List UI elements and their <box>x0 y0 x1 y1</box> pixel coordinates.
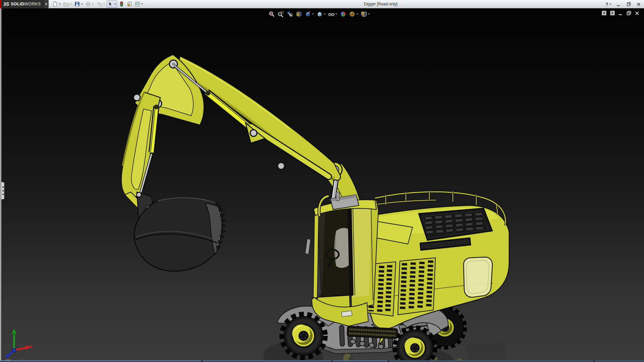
solidworks-window: 3S SOLIDWORKS <box>0 0 644 362</box>
doc-minimize-icon[interactable] <box>619 11 623 15</box>
close-icon <box>637 2 641 6</box>
dropdown-arrow-icon <box>103 3 105 5</box>
rebuild-traffic-light-icon <box>119 1 124 7</box>
dropdown-arrow-icon[interactable] <box>609 4 611 5</box>
dropdown-arrow-icon[interactable] <box>356 13 358 15</box>
section-view-button[interactable] <box>295 10 303 18</box>
dropdown-arrow-icon[interactable] <box>312 13 314 15</box>
options-icon <box>135 1 140 7</box>
dropdown-arrow-icon[interactable] <box>59 3 61 5</box>
dropdown-arrow-icon <box>70 3 72 5</box>
dropdown-arrow-icon[interactable] <box>324 13 326 15</box>
status-segment <box>0 360 201 362</box>
select-button[interactable] <box>107 1 117 8</box>
dropdown-arrow-icon[interactable] <box>368 13 370 15</box>
help-button[interactable]: ? <box>605 1 612 8</box>
doc-close-icon[interactable] <box>635 11 639 15</box>
hide-show-items-button[interactable] <box>327 10 338 18</box>
louver-panel-right <box>398 258 435 315</box>
dropdown-arrow-icon[interactable] <box>141 3 143 5</box>
help-icon: ? <box>605 2 608 7</box>
rebuild-button[interactable] <box>118 1 125 8</box>
open-icon <box>63 1 69 7</box>
dropdown-arrow-icon[interactable] <box>335 13 337 15</box>
document-window-controls <box>602 11 639 15</box>
title-bar: 3S SOLIDWORKS <box>0 0 644 8</box>
reference-triad[interactable] <box>3 327 40 359</box>
undo-button[interactable] <box>96 1 106 8</box>
left-arrow-icon <box>2 186 4 188</box>
minimize-icon <box>616 2 621 6</box>
heads-up-view-toolbar <box>268 10 371 18</box>
doc-restore-icon[interactable] <box>627 11 631 15</box>
dropdown-arrow-icon <box>92 3 94 5</box>
previous-view-button[interactable] <box>286 10 294 18</box>
zoom-to-area-icon <box>277 11 284 17</box>
status-segment <box>594 360 644 362</box>
a-pillar <box>313 207 319 299</box>
view-settings-icon <box>361 11 367 17</box>
save-button[interactable] <box>73 1 84 8</box>
select-cursor-icon <box>108 1 113 7</box>
left-arrow-icon <box>2 193 4 195</box>
view-orientation-icon <box>305 11 311 17</box>
display-style-button[interactable] <box>316 10 326 18</box>
edit-appearance-button[interactable] <box>339 10 347 18</box>
view-settings-button[interactable] <box>360 10 371 18</box>
new-document-icon <box>52 1 58 7</box>
exhaust-stack <box>336 192 339 201</box>
dropdown-arrow-icon[interactable] <box>81 3 83 5</box>
status-segment <box>389 360 593 362</box>
undo-icon <box>97 1 102 7</box>
section-view-icon <box>296 11 302 17</box>
hide-show-items-icon <box>328 11 335 17</box>
right-arrow-icon <box>46 3 47 5</box>
view-orientation-button[interactable] <box>304 10 315 18</box>
file-properties-button[interactable] <box>126 1 133 8</box>
edit-appearance-icon <box>340 11 346 17</box>
cab[interactable] <box>305 192 378 326</box>
close-button[interactable] <box>635 1 642 8</box>
display-style-icon <box>316 11 323 17</box>
print-button[interactable] <box>85 1 95 8</box>
side-handle <box>305 239 311 254</box>
solidworks-wordmark: SOLIDWORKS <box>11 2 41 6</box>
minimize-button[interactable] <box>615 1 622 8</box>
document-title: Digger [Read-only] <box>364 2 397 6</box>
panel-expand-handle[interactable] <box>1 182 4 199</box>
front-mesh <box>347 326 397 339</box>
window-controls: ? <box>605 0 642 8</box>
solidworks-logo: 3S SOLIDWORKS <box>0 0 44 8</box>
quick-access-toolbar <box>51 1 144 8</box>
left-arrow-icon <box>2 190 4 192</box>
pane-right-icon[interactable] <box>610 11 615 15</box>
restore-button[interactable] <box>625 1 632 8</box>
options-button[interactable] <box>134 1 144 8</box>
excavator-model[interactable] <box>0 8 644 362</box>
front-light <box>341 311 352 317</box>
apply-scene-button[interactable] <box>348 10 359 18</box>
apply-scene-icon <box>349 11 356 17</box>
status-segment <box>202 360 331 362</box>
save-icon <box>74 1 80 7</box>
ds-logo-mark: 3S <box>3 1 9 7</box>
pane-left-icon[interactable] <box>602 11 606 15</box>
new-document-button[interactable] <box>51 1 62 8</box>
zoom-to-fit-button[interactable] <box>268 10 276 18</box>
open-button[interactable] <box>62 1 73 8</box>
logo-accent-stripe <box>0 0 1 8</box>
zoom-to-area-button[interactable] <box>277 10 285 18</box>
graphics-viewport[interactable]: *Dimetric <box>0 8 644 362</box>
status-segment <box>332 360 388 362</box>
dropdown-arrow-icon[interactable] <box>114 3 116 5</box>
bucket[interactable] <box>134 198 226 271</box>
print-icon <box>86 1 91 7</box>
status-bar-edge <box>0 360 644 362</box>
previous-view-icon <box>286 11 293 17</box>
restore-icon <box>627 2 631 6</box>
menu-expand-arrow[interactable] <box>44 0 49 8</box>
zoom-to-fit-icon <box>268 11 275 17</box>
file-properties-icon <box>127 1 132 7</box>
